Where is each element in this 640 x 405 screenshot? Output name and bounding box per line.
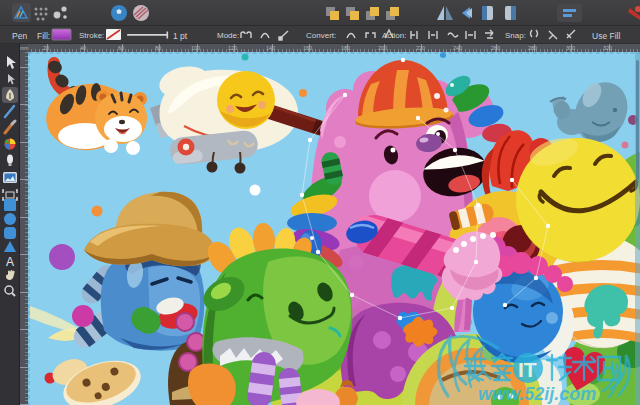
- svg-text:A: A: [6, 255, 14, 269]
- svg-text:www.52ij.com: www.52ij.com: [478, 384, 596, 404]
- svg-text:IT: IT: [518, 358, 537, 381]
